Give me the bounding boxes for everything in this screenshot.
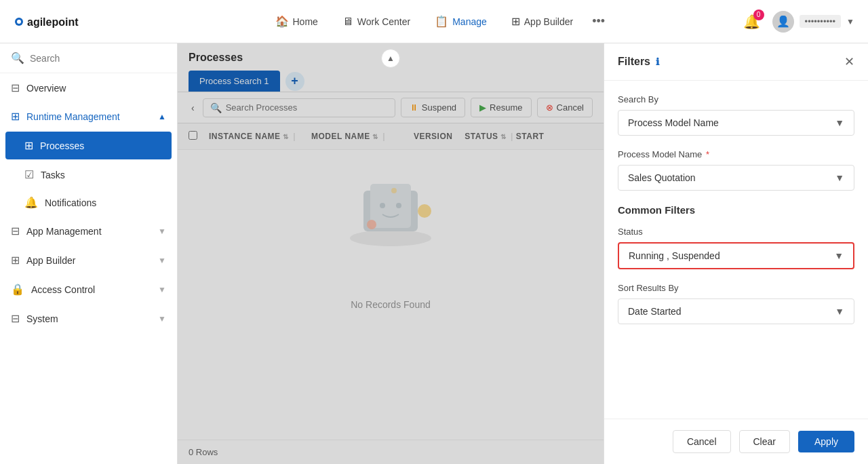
filter-close-button[interactable]: ✕ (844, 54, 854, 69)
nav-workcenter-label: Work Center (357, 16, 410, 27)
manage-icon: 📋 (435, 15, 448, 28)
process-model-label-text: Process Model Name (618, 149, 702, 159)
filter-header: Filters ℹ ✕ (604, 43, 868, 81)
search-by-section: Search By Process Model Name ▼ (618, 94, 854, 136)
notifications-button[interactable]: 🔔 0 (739, 9, 764, 34)
cancel-button[interactable]: Cancel (673, 430, 731, 453)
user-name: •••••••••• (800, 15, 842, 28)
sidebar-item-app-management[interactable]: ⊟ App Management ▼ (0, 216, 177, 246)
content-overlay (178, 43, 604, 464)
filter-title-text: Filters (618, 56, 650, 68)
nav-appbuilder-label: App Builder (524, 16, 573, 27)
tasks-icon: ☑ (24, 168, 34, 181)
sidebar-group-runtime-header[interactable]: ⊞ Runtime Management ▲ (0, 102, 177, 130)
status-label: Status (618, 227, 854, 237)
sidebar-item-access-control[interactable]: 🔒 Access Control ▼ (0, 275, 177, 304)
sidebar-item-label-app-management: App Management (26, 226, 151, 237)
status-select[interactable]: Running , Suspended ▼ (618, 242, 854, 269)
collapse-chevron-icon: ▲ (387, 54, 395, 63)
sort-chevron-icon: ▼ (835, 306, 844, 317)
filter-title: Filters ℹ (618, 56, 659, 68)
top-navigation: agilepoint 🏠 Home 🖥 Work Center 📋 Manage… (0, 0, 868, 43)
processes-icon: ⊞ (24, 139, 33, 152)
sidebar-item-notifications[interactable]: 🔔 Notifications (0, 189, 177, 216)
nav-appbuilder[interactable]: ⊞ App Builder (502, 9, 583, 33)
svg-point-1 (17, 20, 21, 24)
svg-text:agilepoint: agilepoint (27, 16, 79, 28)
sidebar: 🔍 ⊟ Overview ⊞ Runtime Management ▲ ⊞ Pr… (0, 43, 178, 464)
process-model-select[interactable]: Sales Quotation ▼ (618, 165, 854, 191)
process-model-label: Process Model Name * (618, 149, 854, 159)
home-icon: 🏠 (275, 15, 289, 28)
appbuilder-icon: ⊞ (511, 15, 520, 28)
process-model-chevron-icon: ▼ (835, 172, 844, 183)
status-chevron-icon: ▼ (834, 250, 844, 261)
sidebar-item-overview[interactable]: ⊟ Overview (0, 73, 177, 102)
nav-workcenter[interactable]: 🖥 Work Center (333, 10, 420, 33)
avatar: 👤 (772, 11, 794, 33)
common-filters-title: Common Filters (618, 204, 854, 216)
filter-info-icon: ℹ (656, 56, 659, 67)
sort-value: Date Started (628, 306, 682, 317)
nav-manage-label: Manage (452, 16, 487, 27)
nav-right: 🔔 0 👤 •••••••••• ▼ (739, 9, 854, 34)
process-model-section: Process Model Name * Sales Quotation ▼ (618, 149, 854, 191)
user-menu[interactable]: 👤 •••••••••• ▼ (772, 11, 854, 33)
status-section: Status Running , Suspended ▼ (618, 227, 854, 269)
system-icon: ⊟ (11, 312, 20, 325)
sidebar-item-processes[interactable]: ⊞ Processes (5, 132, 172, 159)
sidebar-item-label-system: System (26, 313, 151, 324)
sidebar-item-label-notifications: Notifications (45, 197, 96, 208)
collapse-toggle-button[interactable]: ▲ (381, 49, 400, 68)
runtime-icon: ⊞ (11, 110, 20, 123)
clear-button[interactable]: Clear (739, 430, 790, 453)
main-layout: 🔍 ⊟ Overview ⊞ Runtime Management ▲ ⊞ Pr… (0, 43, 868, 464)
process-model-value: Sales Quotation (628, 172, 696, 183)
runtime-chevron-icon: ▲ (158, 112, 166, 121)
more-nav-button[interactable]: ••• (588, 10, 609, 33)
nav-home[interactable]: 🏠 Home (266, 9, 328, 33)
sort-select[interactable]: Date Started ▼ (618, 298, 854, 324)
workcenter-icon: 🖥 (342, 16, 353, 28)
search-by-chevron-icon: ▼ (835, 117, 844, 128)
sort-label: Sort Results By (618, 283, 854, 293)
sidebar-item-app-builder[interactable]: ⊞ App Builder ▼ (0, 246, 177, 275)
user-icon: 👤 (776, 15, 790, 28)
access-control-chevron-icon: ▼ (158, 285, 166, 294)
notification-badge: 0 (753, 9, 764, 20)
user-chevron-icon: ▼ (846, 17, 854, 26)
nav-manage[interactable]: 📋 Manage (425, 9, 496, 33)
status-value: Running , Suspended (629, 250, 720, 261)
search-by-label: Search By (618, 94, 854, 104)
sidebar-group-runtime: ⊞ Runtime Management ▲ ⊞ Processes ☑ Tas… (0, 102, 177, 216)
filter-footer: Cancel Clear Apply (604, 419, 868, 464)
search-by-value: Process Model Name (628, 117, 719, 128)
sidebar-item-label-processes: Processes (40, 140, 84, 151)
sidebar-item-label-app-builder: App Builder (26, 255, 151, 266)
search-icon: 🔍 (11, 52, 24, 64)
sidebar-search-container: 🔍 (0, 43, 177, 73)
nav-home-label: Home (293, 16, 318, 27)
sidebar-item-label-overview: Overview (26, 83, 166, 94)
required-mark: * (706, 149, 709, 159)
app-builder-icon: ⊞ (11, 254, 20, 267)
access-control-icon: 🔒 (11, 283, 24, 296)
apply-button[interactable]: Apply (798, 431, 854, 452)
filter-body: Search By Process Model Name ▼ Process M… (604, 81, 868, 419)
search-input[interactable] (30, 53, 166, 64)
overview-icon: ⊟ (11, 81, 20, 94)
system-chevron-icon: ▼ (158, 314, 166, 324)
nav-items: 🏠 Home 🖥 Work Center 📋 Manage ⊞ App Buil… (136, 9, 739, 33)
content-area: ▲ Processes Process Search 1 + ‹ 🔍 ⏸ Sus… (178, 43, 604, 464)
search-by-select[interactable]: Process Model Name ▼ (618, 110, 854, 136)
sidebar-item-label-tasks: Tasks (41, 170, 65, 180)
sidebar-group-runtime-label: Runtime Management (26, 111, 120, 122)
app-management-icon: ⊟ (11, 225, 20, 237)
logo: agilepoint (14, 9, 108, 34)
sidebar-item-tasks[interactable]: ☑ Tasks (0, 161, 177, 189)
sort-section: Sort Results By Date Started ▼ (618, 283, 854, 324)
app-management-chevron-icon: ▼ (158, 227, 166, 236)
sidebar-item-label-access-control: Access Control (31, 284, 151, 295)
filter-panel: Filters ℹ ✕ Search By Process Model Name… (604, 43, 868, 464)
sidebar-item-system[interactable]: ⊟ System ▼ (0, 304, 177, 333)
